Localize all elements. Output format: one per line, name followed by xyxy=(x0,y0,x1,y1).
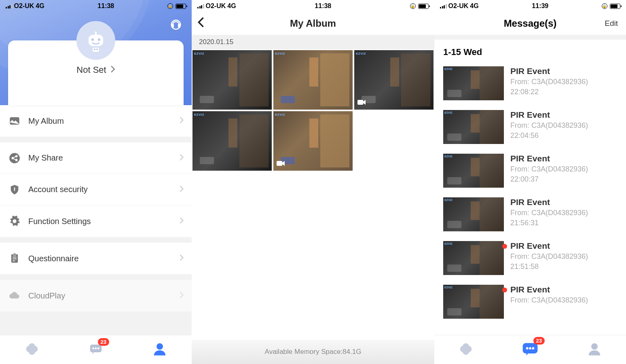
event-title: PIR Event xyxy=(510,110,617,120)
event-title: PIR Event xyxy=(510,154,617,163)
memory-footer: Available Memory Space:84.1G xyxy=(192,340,434,364)
tab-messages[interactable]: 23 xyxy=(521,340,539,360)
svg-rect-17 xyxy=(13,253,16,255)
tab-profile[interactable] xyxy=(587,341,602,358)
event-title: PIR Event xyxy=(510,66,617,76)
svg-point-19 xyxy=(92,347,94,349)
message-row[interactable]: EZVIZPIR EventFrom: C3A(D04382936)22:04:… xyxy=(443,105,617,149)
network-label: 4G xyxy=(36,2,44,10)
network-label: 4G xyxy=(470,2,478,10)
signal-icon xyxy=(197,4,204,8)
event-from: From: C3A(D04382936) xyxy=(510,165,617,174)
event-title: PIR Event xyxy=(510,285,617,294)
event-time: 21:56:31 xyxy=(510,219,617,227)
event-from: From: C3A(D04382936) xyxy=(510,252,617,261)
svg-point-13 xyxy=(15,155,18,157)
event-thumbnail: EZVIZ xyxy=(443,197,504,231)
screen-album: O2-UK 4G 11:38 🔒 My Album 2020.01.15 EZV… xyxy=(192,0,434,364)
menu-my-album[interactable]: My Album xyxy=(0,105,192,137)
messages-badge: 23 xyxy=(98,338,109,346)
event-time: 21:51:58 xyxy=(510,262,617,271)
svg-rect-24 xyxy=(277,161,282,166)
event-from: From: C3A(D04382936) xyxy=(510,296,617,305)
svg-rect-16 xyxy=(11,254,18,263)
carrier-label: O2-UK xyxy=(448,2,469,10)
event-title: PIR Event xyxy=(510,197,617,207)
screen-profile: O2-UK 4G 11:38 🔒 Not Set My Albu xyxy=(0,0,192,364)
gear-icon xyxy=(8,215,21,228)
svg-point-27 xyxy=(529,347,531,349)
time-label: 11:38 xyxy=(97,2,114,10)
tab-home[interactable] xyxy=(458,341,474,358)
svg-point-29 xyxy=(591,343,598,349)
video-icon xyxy=(357,99,366,107)
tab-home[interactable] xyxy=(24,341,40,358)
chevron-right-icon xyxy=(180,217,184,225)
messages-date: 1-15 Wed xyxy=(434,40,626,61)
menu-function-settings[interactable]: Function Settings xyxy=(0,205,192,237)
chevron-right-icon xyxy=(180,117,184,125)
time-label: 11:39 xyxy=(532,2,548,10)
album-thumbnail[interactable]: EZVIZ xyxy=(354,50,434,110)
svg-point-4 xyxy=(91,38,94,41)
svg-point-15 xyxy=(14,188,15,190)
tab-bar: 23 xyxy=(0,335,192,364)
svg-rect-2 xyxy=(178,24,180,28)
message-row[interactable]: EZVIZPIR EventFrom: C3A(D04382936) xyxy=(443,280,617,324)
nav-bar: Message(s) Edit xyxy=(434,12,626,35)
album-grid: EZVIZEZVIZEZVIZEZVIZEZVIZ xyxy=(192,49,434,171)
svg-point-22 xyxy=(156,343,163,349)
tab-messages[interactable]: 23 xyxy=(88,341,104,358)
battery-icon xyxy=(418,4,429,9)
chevron-right-icon xyxy=(180,186,184,194)
menu-questionnaire[interactable]: Questionnaire xyxy=(0,243,192,274)
message-row[interactable]: EZVIZPIR EventFrom: C3A(D04382936)21:56:… xyxy=(443,193,617,236)
chevron-right-icon xyxy=(180,154,184,162)
svg-point-5 xyxy=(98,38,100,41)
chevron-right-icon xyxy=(180,292,184,300)
svg-point-8 xyxy=(94,49,95,50)
svg-point-14 xyxy=(15,159,18,161)
message-row[interactable]: EZVIZPIR EventFrom: C3A(D04382936)22:08:… xyxy=(443,61,617,105)
cloud-icon xyxy=(8,289,21,302)
event-from: From: C3A(D04382936) xyxy=(510,209,617,217)
clipboard-icon xyxy=(8,252,21,265)
album-thumbnail[interactable]: EZVIZ xyxy=(192,111,272,171)
status-bar: O2-UK 4G 11:38 🔒 xyxy=(0,0,192,12)
svg-point-21 xyxy=(97,347,99,349)
event-thumbnail: EZVIZ xyxy=(443,154,504,188)
back-button[interactable] xyxy=(197,17,205,31)
event-time: 22:04:56 xyxy=(510,131,617,140)
profile-header: Not Set xyxy=(0,0,192,105)
chevron-right-icon xyxy=(180,254,184,262)
signal-icon xyxy=(440,4,447,8)
svg-rect-6 xyxy=(95,32,97,35)
page-title: My Album xyxy=(290,18,336,29)
event-thumbnail: EZVIZ xyxy=(443,110,504,144)
svg-point-26 xyxy=(526,347,529,349)
menu-account-security[interactable]: Account security xyxy=(0,174,192,205)
menu-cloudplay[interactable]: CloudPlay xyxy=(0,280,192,311)
profile-card[interactable]: Not Set xyxy=(8,40,184,105)
orientation-lock-icon: 🔒 xyxy=(602,3,607,9)
svg-rect-7 xyxy=(93,48,99,52)
album-thumbnail[interactable]: EZVIZ xyxy=(192,50,272,110)
support-icon[interactable] xyxy=(170,19,182,32)
video-icon xyxy=(277,160,286,168)
share-icon xyxy=(8,152,21,165)
svg-point-20 xyxy=(95,347,97,349)
message-row[interactable]: EZVIZPIR EventFrom: C3A(D04382936)22:00:… xyxy=(443,149,617,193)
event-from: From: C3A(D04382936) xyxy=(510,121,617,130)
tab-profile[interactable] xyxy=(152,341,167,358)
svg-rect-23 xyxy=(357,100,363,105)
album-icon xyxy=(8,114,21,127)
svg-rect-1 xyxy=(172,24,173,28)
event-thumbnail: EZVIZ xyxy=(443,285,504,319)
album-thumbnail[interactable]: EZVIZ xyxy=(273,111,353,171)
album-thumbnail[interactable]: EZVIZ xyxy=(273,50,353,110)
menu-my-share[interactable]: My Share xyxy=(0,142,192,174)
shield-icon xyxy=(8,183,21,196)
edit-button[interactable]: Edit xyxy=(605,19,618,28)
message-row[interactable]: EZVIZPIR EventFrom: C3A(D04382936)21:51:… xyxy=(443,236,617,280)
status-bar: O2-UK 4G 11:38 🔒 xyxy=(192,0,434,12)
